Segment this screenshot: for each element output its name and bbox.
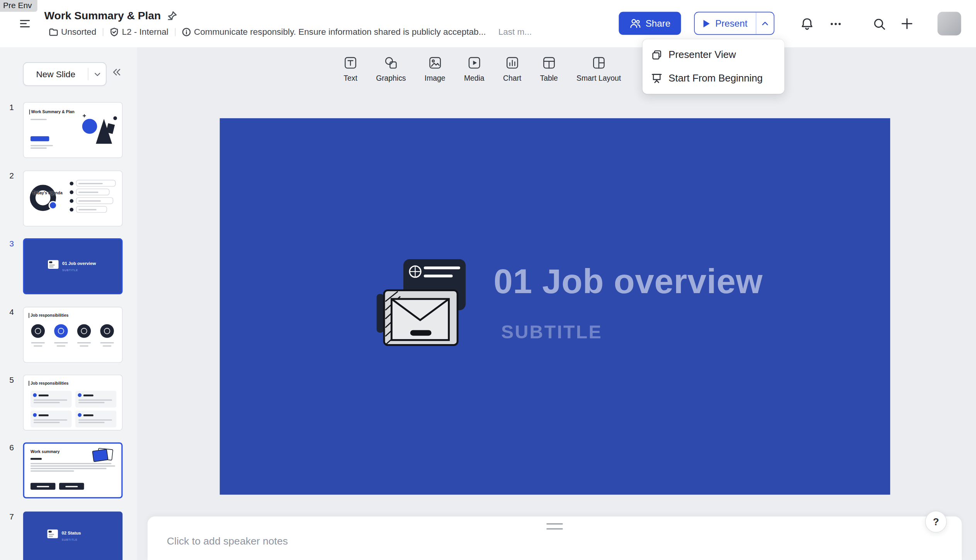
slide-number: 4: [9, 307, 14, 317]
notes-placeholder[interactable]: Click to add speaker notes: [167, 535, 288, 547]
chevron-down-icon: [93, 70, 101, 78]
slide-thumbnail-6[interactable]: Work summary: [23, 442, 123, 498]
divider: [175, 28, 175, 36]
tool-label: Text: [343, 74, 357, 83]
graphics-icon: [384, 56, 398, 70]
tool-table[interactable]: Table: [540, 56, 558, 83]
placeholder-line: [103, 345, 112, 346]
present-options-button[interactable]: [755, 12, 774, 34]
slide-canvas[interactable]: 01 Job overview SUBTITLE: [220, 118, 890, 495]
menu-icon[interactable]: [19, 17, 31, 30]
tool-media[interactable]: Media: [464, 56, 485, 83]
doc-title[interactable]: Work Summary & Plan: [44, 9, 161, 22]
projector-screen-icon: [651, 73, 662, 84]
thumb-illustration: [49, 201, 58, 210]
slide-row-3: 3 01 Job overview SUBTITLE: [0, 238, 137, 295]
slide-number: 2: [9, 171, 14, 180]
media-icon: [468, 56, 481, 70]
placeholder-line: [31, 458, 42, 460]
notifications-button[interactable]: [797, 14, 816, 33]
folder-label: Unsorted: [61, 27, 97, 37]
slide-number: 7: [9, 512, 14, 521]
menu-item-start-from-beginning[interactable]: Start From Beginning: [643, 66, 784, 90]
thumb-button: [31, 136, 49, 141]
avatar[interactable]: [937, 12, 961, 36]
doc-title-row: Work Summary & Plan: [44, 9, 177, 22]
thumb-illustration: [92, 447, 116, 463]
thumb-title: Job responsibilities: [29, 381, 68, 386]
thumb-title: 01 Job overview: [62, 261, 96, 266]
new-slide-button[interactable]: New Slide: [23, 62, 107, 86]
info-icon: [182, 27, 191, 36]
app-root: Work Summary & Plan Unsorted L2 - Intern…: [0, 0, 976, 560]
header: Work Summary & Plan Unsorted L2 - Intern…: [0, 0, 976, 47]
thumb-button: [59, 483, 84, 490]
slide-thumbnail-2[interactable]: Today's agenda: [23, 170, 123, 226]
tool-smart-layout[interactable]: Smart Layout: [576, 56, 621, 83]
placeholder-line: [100, 342, 114, 343]
thumb-title: Work summary: [31, 449, 60, 453]
placeholder-line: [80, 345, 88, 346]
thumb-subtitle: SUBTITLE: [61, 538, 77, 541]
agenda-row: [70, 206, 107, 213]
divider: [103, 28, 104, 36]
menu-item-presenter-view[interactable]: Presenter View: [643, 43, 784, 66]
security-level[interactable]: L2 - Internal: [109, 27, 168, 37]
create-new-button[interactable]: [898, 14, 916, 33]
tool-label: Table: [540, 74, 558, 83]
placeholder-line: [77, 342, 91, 343]
placeholder-line: [31, 470, 74, 472]
thumb-icon: [54, 324, 68, 338]
image-icon: [428, 56, 442, 70]
notice-text: Communicate responsibly. Ensure informat…: [194, 27, 486, 37]
slide-thumbnail-1[interactable]: Work Summary & Plan: [23, 102, 123, 158]
presenter-view-icon: [651, 49, 662, 60]
double-chevron-left-icon: [111, 66, 122, 78]
task-card: [31, 411, 71, 427]
menu-item-label: Presenter View: [668, 49, 736, 60]
task-card: [31, 391, 71, 407]
slide-row-2: 2 Today's agenda: [0, 170, 137, 227]
document-icon: [48, 260, 58, 269]
play-icon: [703, 19, 710, 28]
new-slide-options[interactable]: [88, 70, 106, 78]
folder-icon: [49, 27, 58, 36]
placeholder-line: [34, 345, 43, 346]
environment-tag: Pre Env: [0, 0, 37, 12]
drag-handle-icon[interactable]: [547, 523, 563, 529]
thumb-icon: [31, 324, 45, 338]
placeholder-line: [31, 145, 53, 146]
placeholder-line: [31, 468, 107, 469]
tool-chart[interactable]: Chart: [503, 56, 521, 83]
slide-number: 1: [9, 103, 14, 112]
collapse-sidebar-button[interactable]: [111, 66, 122, 78]
menu-item-label: Start From Beginning: [668, 73, 763, 84]
present-label: Present: [715, 18, 747, 29]
share-button[interactable]: Share: [619, 12, 681, 35]
help-button[interactable]: ?: [925, 511, 947, 533]
slide-thumbnail-5[interactable]: Job responsibilities: [23, 375, 123, 431]
slide-row-6: 6 Work summary: [0, 442, 137, 499]
agenda-row: [70, 180, 116, 187]
tool-graphics[interactable]: Graphics: [376, 56, 406, 83]
slide-thumbnail-3[interactable]: 01 Job overview SUBTITLE: [23, 238, 123, 294]
tool-image[interactable]: Image: [425, 56, 445, 83]
question-icon: ?: [933, 516, 939, 527]
slide-title[interactable]: 01 Job overview: [494, 261, 763, 301]
slide-subtitle[interactable]: SUBTITLE: [501, 322, 602, 343]
slide-thumbnail-4[interactable]: Job responsibilities: [23, 307, 123, 363]
slide-thumbnail-7[interactable]: 02 Status SUBTITLE: [23, 511, 123, 560]
new-slide-label: New Slide: [24, 69, 88, 79]
agenda-row: [70, 197, 113, 204]
present-button-group: Present: [694, 12, 774, 35]
ellipsis-icon: [829, 17, 842, 30]
tool-label: Graphics: [376, 74, 406, 83]
present-button[interactable]: Present: [695, 12, 755, 34]
tool-text[interactable]: Text: [343, 56, 357, 83]
security-label: L2 - Internal: [122, 27, 168, 37]
more-button[interactable]: [826, 14, 845, 33]
pin-icon[interactable]: [167, 10, 177, 21]
slide-number: 3: [9, 239, 14, 248]
search-button[interactable]: [870, 14, 888, 33]
folder-location[interactable]: Unsorted: [49, 27, 97, 37]
